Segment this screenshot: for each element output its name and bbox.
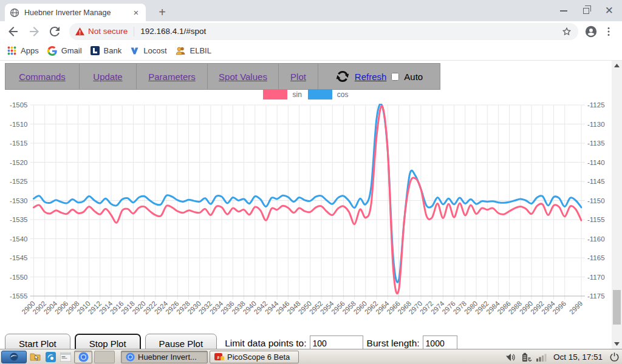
url-text: 192.168.4.1/#spot [140,27,206,36]
battery-plug-icon[interactable] [521,352,532,362]
svg-text:-1165: -1165 [587,254,605,261]
scrollbar-thumb[interactable] [613,290,621,325]
bookmark-elbil[interactable]: ELBIL [176,46,211,55]
launcher-logo-icon [9,352,19,362]
svg-text:-1135: -1135 [587,140,605,147]
refresh-icon[interactable] [335,69,350,84]
update-link[interactable]: Update [93,72,122,82]
refresh-link[interactable]: Refresh [355,72,387,82]
address-bar: Not secure 192.168.4.1/#spot [0,21,622,41]
svg-text:-1145: -1145 [587,178,605,185]
tab-title: Huebner Inverter Manage [24,8,121,17]
nav-update: Update [80,64,137,89]
svg-text:-1150: -1150 [587,197,605,204]
burst-label: Burst length: [367,338,420,349]
nav-plot: Plot [279,64,318,89]
svg-text:-1555: -1555 [10,292,27,300]
scroll-up-arrow[interactable] [612,61,622,70]
stop-plot-button[interactable]: Stop Plot [75,334,141,349]
parameters-link[interactable]: Parameters [148,72,196,82]
security-label: Not secure [88,27,128,36]
restore-icon[interactable] [583,8,589,14]
pause-plot-button[interactable]: Pause Plot [145,334,217,349]
svg-text:-1525: -1525 [10,178,27,185]
menu-kebab-icon[interactable] [603,25,615,38]
auto-checkbox[interactable] [391,73,399,81]
start-plot-button[interactable]: Start Plot [5,334,70,349]
media-app-launcher[interactable] [44,351,57,363]
empty-launcher-slot[interactable] [94,351,115,363]
svg-text:2996: 2996 [552,300,568,316]
svg-text:-1550: -1550 [10,274,27,281]
volume-icon[interactable] [506,353,517,362]
bookmark-bank[interactable]: Bank [91,46,122,55]
tab-close-icon[interactable]: × [131,8,141,17]
globe-icon [10,8,19,18]
browser-tab[interactable]: Huebner Inverter Manage × [5,4,146,21]
profile-avatar-icon[interactable] [584,25,598,38]
not-secure-icon [75,27,84,36]
bookmark-label: Locost [143,46,166,55]
bookmark-star-icon[interactable] [561,26,572,37]
bookmark-apps[interactable]: Apps [7,46,39,55]
spot-values-link[interactable]: Spot Values [219,72,267,82]
sin-label: sin [292,90,301,99]
nav-spot-values: Spot Values [208,64,279,89]
bookmark-label: Gmail [61,46,82,55]
page-content: Commands Update Parameters Spot Values P… [0,61,622,349]
taskbar: Huebner Invert... β PicoScope 6 Beta Oct… [0,349,622,364]
svg-text:-1130: -1130 [587,121,605,128]
file-manager-launcher[interactable] [29,351,42,363]
bookmark-label: Bank [104,46,122,55]
svg-text:-1540: -1540 [10,235,27,243]
svg-text:-1545: -1545 [10,254,27,261]
svg-text:-1170: -1170 [587,274,605,281]
taskbar-window-label: PicoScope 6 Beta [227,352,290,362]
power-icon[interactable] [609,352,620,362]
close-icon[interactable]: ✕ [605,5,613,16]
new-tab-button[interactable]: + [154,5,170,21]
svg-text:-1530: -1530 [10,197,27,204]
line-chart: 2900290229042906290829102912291429162918… [0,99,612,318]
vertical-scrollbar[interactable] [612,61,622,349]
nav-commands: Commands [5,64,80,89]
bookmarks-bar: Apps Gmail Bank Locost ELBIL [0,41,622,61]
scroll-down-arrow[interactable] [612,339,622,349]
gmail-icon [47,46,57,56]
taskbar-window-huebner[interactable]: Huebner Invert... [121,351,208,363]
limit-input[interactable] [310,335,363,349]
back-icon[interactable] [6,24,21,39]
terminal-launcher[interactable] [59,351,72,363]
chart-legend: sin cos [0,89,612,99]
chromium-icon [126,352,135,362]
svg-text:-1515: -1515 [10,140,27,147]
chromium-launcher[interactable] [74,351,92,363]
burst-input[interactable] [423,335,457,349]
nav-parameters: Parameters [137,64,208,89]
omnibox[interactable]: Not secure 192.168.4.1/#spot [69,23,578,40]
minimize-icon[interactable] [560,10,567,12]
svg-text:-1160: -1160 [587,235,605,243]
folder-icon [30,352,41,362]
reload-icon[interactable] [47,24,62,39]
cos-swatch [308,89,332,99]
tab-strip: Huebner Inverter Manage × + ✕ [0,0,622,21]
bookmark-gmail[interactable]: Gmail [47,46,82,56]
limit-label: Limit data points to: [225,338,306,349]
sin-swatch [263,89,287,99]
bookmark-locost[interactable]: Locost [130,46,166,55]
taskbar-window-picoscope[interactable]: β PicoScope 6 Beta [210,351,299,363]
plot-link[interactable]: Plot [290,72,306,82]
app-launcher-button[interactable] [1,351,27,363]
svg-text:-1535: -1535 [10,216,27,223]
legend-item-cos[interactable]: cos [308,89,349,99]
taskbar-clock[interactable]: Oct 15, 17:51 [553,352,603,362]
network-signal-icon[interactable] [536,353,547,362]
legend-item-sin[interactable]: sin [263,89,301,99]
bookmark-label: ELBIL [190,46,211,55]
forward-icon[interactable] [27,24,41,39]
apps-grid-icon [7,46,16,55]
svg-text:-1125: -1125 [587,101,605,109]
commands-link[interactable]: Commands [19,72,66,82]
taskbar-window-label: Huebner Invert... [138,352,197,362]
